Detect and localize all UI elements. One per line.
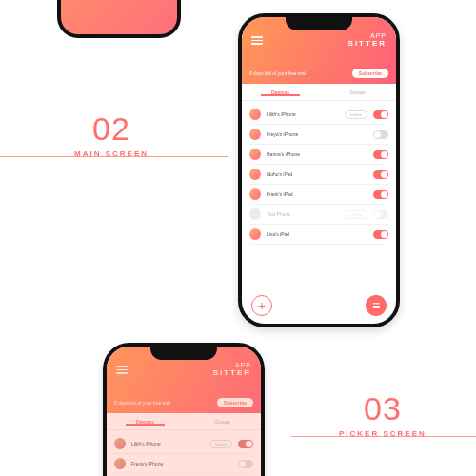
chat-button[interactable]: ≡ bbox=[366, 295, 387, 316]
avatar-icon bbox=[249, 208, 261, 220]
toggle[interactable] bbox=[373, 190, 388, 199]
notch bbox=[150, 347, 217, 360]
avatar-icon bbox=[249, 129, 261, 140]
device-row[interactable]: Freya's iPhone bbox=[249, 125, 388, 145]
toggle[interactable] bbox=[373, 150, 388, 159]
device-row[interactable]: Hanna's iPhone bbox=[249, 145, 388, 165]
toggle[interactable] bbox=[373, 230, 388, 239]
action-pill[interactable]: Unlock bbox=[345, 110, 367, 119]
section-number: 02 bbox=[74, 110, 149, 148]
divider-line bbox=[291, 436, 476, 437]
device-row[interactable]: Lisa's iPad bbox=[249, 225, 388, 245]
tab-devices[interactable]: Devices bbox=[242, 89, 319, 95]
action-pill[interactable]: Delete bbox=[345, 210, 367, 219]
avatar-icon bbox=[249, 169, 261, 180]
avatar-icon bbox=[249, 109, 261, 120]
toggle[interactable] bbox=[373, 170, 388, 179]
device-row[interactable]: Frank's iPad bbox=[249, 185, 388, 205]
add-button[interactable]: + bbox=[251, 295, 272, 316]
device-row[interactable]: Lilith's iPhoneUnlock bbox=[249, 105, 388, 125]
device-name: Frank's iPad bbox=[267, 191, 367, 197]
divider-line bbox=[0, 156, 228, 157]
app-brand: APPSITTER bbox=[348, 32, 387, 48]
toggle[interactable] bbox=[373, 210, 388, 219]
notch bbox=[286, 17, 352, 30]
avatar-icon bbox=[249, 188, 261, 200]
device-list: Lilith's iPhoneUnlockFreya's iPhoneHanna… bbox=[242, 101, 396, 248]
toggle[interactable] bbox=[373, 130, 388, 139]
device-row[interactable]: Test PhoneDelete bbox=[249, 205, 388, 225]
section-03-label: 03 PICKER SCREEN bbox=[339, 390, 426, 438]
device-name: Freya's iPhone bbox=[267, 131, 367, 137]
phone-main-screen: APPSITTER 8 days left of your free trial… bbox=[238, 13, 400, 327]
device-name: Test Phone bbox=[267, 211, 339, 217]
plus-icon: + bbox=[258, 298, 266, 313]
device-name: Lisa's iPad bbox=[267, 231, 367, 237]
tab-groups[interactable]: Groups bbox=[319, 89, 396, 95]
subscribe-button[interactable]: Subscribe bbox=[352, 69, 388, 78]
trial-text: 8 days left of your free trial bbox=[249, 70, 347, 76]
avatar-icon bbox=[249, 228, 261, 240]
device-row[interactable]: Idoho's iPad bbox=[249, 165, 388, 185]
section-02-label: 02 MAIN SCREEN bbox=[74, 110, 149, 158]
device-name: Idoho's iPad bbox=[267, 171, 367, 177]
dim-overlay bbox=[107, 347, 261, 476]
device-name: Lilith's iPhone bbox=[267, 111, 339, 117]
menu-icon[interactable] bbox=[251, 36, 263, 46]
phone-picker-screen: APPSITTER 8 days left of your free trial… bbox=[103, 343, 265, 476]
phone-fragment bbox=[57, 0, 181, 38]
avatar-icon bbox=[249, 149, 261, 160]
toggle[interactable] bbox=[373, 110, 388, 119]
chat-icon: ≡ bbox=[372, 298, 380, 313]
tabs: Devices Groups bbox=[242, 84, 396, 101]
device-name: Hanna's iPhone bbox=[267, 151, 367, 157]
section-number: 03 bbox=[339, 390, 426, 427]
